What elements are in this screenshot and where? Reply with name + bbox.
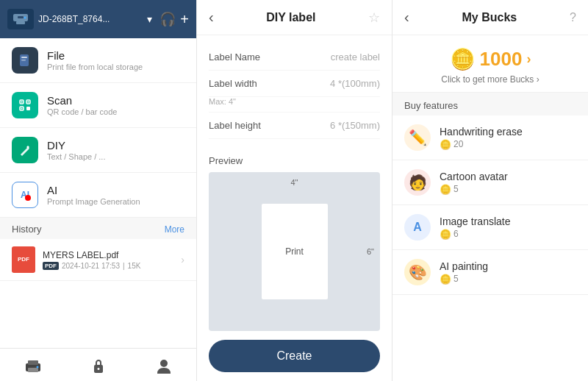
separator: | [123,262,125,270]
label-height-value[interactable]: 6 *(150mm) [330,120,380,131]
file-menu-text: File Print file from local storage [47,49,143,71]
preview-label: Preview [197,148,392,172]
file-title: File [47,49,143,62]
cartoon-cost-value: 5 [453,184,459,194]
history-more-button[interactable]: More [165,224,184,235]
translate-icon: A [404,214,431,241]
diy-icon [12,137,38,163]
cartoon-icon: 🧑 [404,169,431,196]
handwriting-cost: 🪙 20 [440,139,576,150]
bottom-tabs [0,348,196,381]
bucks-cta[interactable]: Click to get more Bucks › [441,74,539,85]
svg-rect-13 [21,108,23,110]
menu-item-file[interactable]: File Print file from local storage [0,38,196,83]
scan-menu-text: Scan QR code / bar code [47,94,117,116]
svg-rect-2 [18,16,24,18]
device-icon [7,9,34,29]
diy-menu-text: DIY Text / Shape / ... [47,139,106,161]
ai-title: AI [47,184,140,196]
headphone-icon[interactable]: 🎧 [159,12,176,26]
painting-icon: 🎨 [404,259,431,285]
label-name-label: Label Name [209,51,260,63]
cartoon-cost: 🪙 5 [440,184,576,195]
svg-rect-6 [21,60,26,61]
bucks-amount[interactable]: 🪙 1000 › [450,47,531,71]
translate-name: Image translate [440,216,576,227]
coin-icon: 🪙 [440,139,451,150]
diy-subtitle: Text / Shape / ... [47,152,106,161]
feature-translate[interactable]: A Image translate 🪙 6 [392,205,588,250]
menu-item-diy[interactable]: DIY Text / Shape / ... [0,128,196,173]
handwriting-icon: ✏️ [404,124,431,151]
menu-list: File Print file from local storage Scan … [0,38,196,348]
handwriting-name: Handwriting erase [440,126,576,138]
dropdown-icon[interactable]: ▾ [147,13,152,25]
svg-rect-1 [16,21,25,24]
painting-name: AI painting [440,260,576,272]
menu-item-ai[interactable]: AI AI Prompt Image Generation [0,173,196,218]
svg-point-20 [160,360,168,367]
device-bar: JD-268BT_8764... ▾ 🎧 + [0,0,196,38]
handwriting-text: Handwriting erase 🪙 20 [440,126,576,150]
pdf-badge: PDF [43,262,59,270]
scan-title: Scan [47,94,117,107]
label-width-label: Label width [209,78,257,89]
translate-text: Image translate 🪙 6 [440,216,576,240]
svg-rect-16 [28,368,38,372]
menu-item-scan[interactable]: Scan QR code / bar code [0,83,196,128]
label-width-max: Max: 4" [209,97,380,113]
history-label: History [12,224,41,235]
coin-icon4: 🪙 [440,274,451,285]
preview-area: 4" 6" Print [209,172,380,331]
preview-width-dim: 4" [290,178,298,187]
preview-height-dim: 6" [367,247,374,256]
ai-menu-text: AI Prompt Image Generation [47,184,140,206]
feature-painting[interactable]: 🎨 AI painting 🪙 5 [392,250,588,295]
right-back-button[interactable]: ‹ [404,9,409,26]
handwriting-cost-value: 20 [453,139,463,149]
painting-cost: 🪙 5 [440,274,576,285]
translate-cost-value: 6 [453,229,459,239]
ai-notification-dot [25,195,31,201]
tab-profile[interactable] [131,355,196,378]
scan-icon [12,92,38,118]
history-meta: PDF 2024-10-21 17:53 | 15K [43,262,173,270]
cartoon-text: Cartoon avatar 🪙 5 [440,171,576,195]
tab-lock[interactable] [65,355,131,378]
label-width-value[interactable]: 4 *(100mm) [330,78,380,89]
mid-header: ‹ DIY label ☆ [197,0,392,35]
painting-cost-value: 5 [453,274,459,284]
feature-cartoon[interactable]: 🧑 Cartoon avatar 🪙 5 [392,160,588,205]
right-title: My Bucks [409,11,570,24]
coin-icon3: 🪙 [440,229,451,240]
tab-printer[interactable] [0,355,65,378]
label-height-label: Label height [209,120,261,131]
info-button[interactable]: ? [570,11,576,24]
right-panel: ‹ My Bucks ? 🪙 1000 › Click to get more … [392,0,588,381]
painting-text: AI painting 🪙 5 [440,260,576,285]
preview-paper: Print [262,204,328,299]
history-item[interactable]: PDF MYERS LABEL.pdf PDF 2024-10-21 17:53… [0,239,196,281]
label-name-value[interactable]: create label [331,51,380,63]
create-button[interactable]: Create [209,340,380,372]
pdf-icon: PDF [12,246,35,273]
favorite-button[interactable]: ☆ [368,10,380,26]
add-device-button[interactable]: + [180,11,189,28]
feature-handwriting[interactable]: ✏️ Handwriting erase 🪙 20 [392,115,588,160]
label-height-row: Label height 6 *(150mm) [209,113,380,139]
create-btn-wrap: Create [197,331,392,381]
label-width-row: Label width 4 *(100mm) [209,71,380,97]
bucks-coin-icon: 🪙 [450,47,476,71]
preview-print-text: Print [285,246,304,257]
bucks-chevron-icon: › [526,51,531,67]
mid-back-button[interactable]: ‹ [209,9,214,26]
history-filename: MYERS LABEL.pdf [43,250,173,260]
ai-subtitle: Prompt Image Generation [47,197,140,206]
history-info: MYERS LABEL.pdf PDF 2024-10-21 17:53 | 1… [43,250,173,270]
bucks-number: 1000 [480,48,523,71]
svg-rect-10 [26,107,30,110]
mid-title: DIY label [266,11,315,24]
bucks-section: 🪙 1000 › Click to get more Bucks › [392,35,588,93]
file-icon [12,47,38,74]
right-header: ‹ My Bucks ? [392,0,588,35]
